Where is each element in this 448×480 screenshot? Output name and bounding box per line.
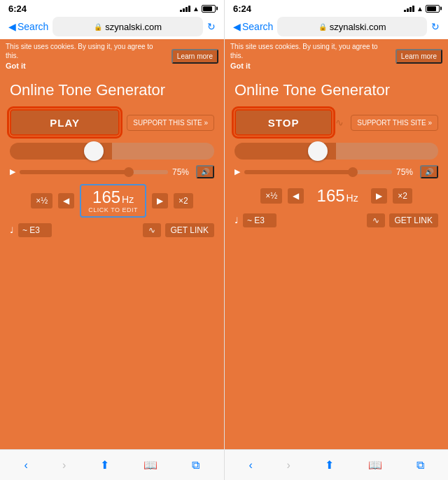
browser-nav-left: ◀ Search 🔒 szynalski.com ↻ <box>0 15 224 39</box>
tabs-icon-left[interactable]: ⧉ <box>192 459 200 472</box>
share-icon-left[interactable]: ⬆ <box>100 458 109 472</box>
browser-back-icon-right[interactable]: ‹ <box>248 459 252 472</box>
note-select-right[interactable]: ~ E3 <box>243 213 276 227</box>
volume-slider-right[interactable] <box>244 170 392 174</box>
page-title-left: Online Tone Generator <box>10 81 214 99</box>
freq-half-right[interactable]: ×½ <box>260 188 282 204</box>
volume-pct-left: 75% <box>172 167 192 177</box>
frequency-slider-right[interactable] <box>234 143 438 160</box>
signal-icon-left <box>180 5 190 12</box>
bottom-row-left: ♩ ~ E3 ∿ GET LINK <box>10 223 214 237</box>
browser-forward-icon-left: › <box>62 459 66 472</box>
volume-speaker-left[interactable]: 🔊 <box>196 165 214 178</box>
volume-row-left: ▶ 75% 🔊 <box>10 165 214 178</box>
status-time-right: 6:24 <box>233 3 251 14</box>
url-text-right: szynalski.com <box>330 22 386 32</box>
freq-next-left[interactable]: ▶ <box>152 193 168 209</box>
status-bar-right: 6:24 ▲ <box>225 0 448 15</box>
battery-icon-right <box>426 5 440 13</box>
bookmarks-icon-right[interactable]: 📖 <box>368 458 382 472</box>
wifi-icon-left: ▲ <box>192 5 200 13</box>
battery-icon-left <box>202 5 216 13</box>
freq-number-right: 165 <box>317 187 345 205</box>
freq-value-row-left: 165 Hz <box>92 188 134 206</box>
slider-section-right: ▶ 75% 🔊 ×½ ◀ 165 Hz ▶ ×2 ♩ <box>234 143 438 227</box>
volume-low-icon-left: ▶ <box>10 167 15 176</box>
freq-edit-hint-left: CLICK TO EDIT <box>88 206 138 213</box>
share-icon-right[interactable]: ⬆ <box>325 458 334 472</box>
browser-nav-right: ◀ Search 🔒 szynalski.com ↻ <box>225 15 448 39</box>
browser-forward-icon-right: › <box>287 459 290 472</box>
freq-prev-right[interactable]: ◀ <box>288 188 304 204</box>
volume-speaker-right[interactable]: 🔊 <box>420 165 438 178</box>
freq-row-right: ×½ ◀ 165 Hz ▶ ×2 <box>234 184 438 208</box>
back-button-left[interactable]: ◀ Search <box>8 21 48 32</box>
lock-icon-left: 🔒 <box>94 23 102 31</box>
note-icon-right: ♩ <box>234 216 239 225</box>
cookie-banner-right: This site uses cookies. By using it, you… <box>225 39 448 73</box>
refresh-button-right[interactable]: ↻ <box>431 21 440 32</box>
bookmarks-icon-left[interactable]: 📖 <box>144 458 158 472</box>
freq-row-left: ×½ ◀ 165 Hz CLICK TO EDIT ▶ ×2 <box>10 184 214 218</box>
freq-number-left: 165 <box>92 188 120 206</box>
slider-section-left: ▶ 75% 🔊 ×½ ◀ 165 Hz CLICK TO EDIT ▶ ×2 <box>10 143 214 237</box>
freq-display-right[interactable]: 165 Hz <box>309 184 365 208</box>
lock-icon-right: 🔒 <box>318 23 327 31</box>
status-icons-right: ▲ <box>404 5 440 13</box>
wave-button-left[interactable]: ∿ <box>143 223 161 237</box>
status-icons-left: ▲ <box>180 5 216 13</box>
tabs-icon-right[interactable]: ⧉ <box>416 459 424 472</box>
browser-bottom-left: ‹ › ⬆ 📖 ⧉ <box>0 449 224 480</box>
cookie-got-right[interactable]: Got it <box>230 62 391 70</box>
signal-icon-right <box>404 5 414 12</box>
cookie-learn-right[interactable]: Learn more <box>396 49 442 64</box>
stop-wiggle-container: STOP ∿ <box>234 109 344 136</box>
wifi-icon-right: ▲ <box>416 5 424 13</box>
note-select-left[interactable]: ~ E3 <box>18 223 52 237</box>
browser-bottom-right: ‹ › ⬆ 📖 ⧉ <box>225 449 448 480</box>
cookie-text-right: This site uses cookies. By using it, you… <box>230 42 391 60</box>
volume-pct-right: 75% <box>396 167 416 177</box>
freq-double-left[interactable]: ×2 <box>174 193 193 209</box>
freq-next-right[interactable]: ▶ <box>371 188 387 204</box>
volume-low-icon-right: ▶ <box>234 167 240 176</box>
volume-row-right: ▶ 75% 🔊 <box>234 165 438 178</box>
stop-button-right[interactable]: STOP <box>234 109 332 136</box>
freq-prev-left[interactable]: ◀ <box>58 193 74 209</box>
right-panel: 6:24 ▲ ◀ Search 🔒 szynalski.com ↻ <box>224 0 448 480</box>
get-link-button-left[interactable]: GET LINK <box>165 223 214 237</box>
url-text-left: szynalski.com <box>105 22 162 32</box>
status-time-left: 6:24 <box>8 3 27 14</box>
get-link-button-right[interactable]: GET LINK <box>389 213 438 227</box>
main-slider-container-right <box>234 143 438 160</box>
page-title-right: Online Tone Generator <box>234 81 438 99</box>
address-bar-left[interactable]: 🔒 szynalski.com <box>52 17 203 36</box>
freq-display-left[interactable]: 165 Hz CLICK TO EDIT <box>80 184 146 218</box>
address-bar-right[interactable]: 🔒 szynalski.com <box>277 17 427 36</box>
refresh-button-left[interactable]: ↻ <box>207 21 216 32</box>
freq-half-left[interactable]: ×½ <box>31 193 52 209</box>
status-bar-left: 6:24 ▲ <box>0 0 224 15</box>
browser-back-icon-left[interactable]: ‹ <box>24 459 28 472</box>
freq-value-row-right: 165 Hz <box>317 187 358 205</box>
wiggle-icon-right: ∿ <box>335 117 344 128</box>
support-button-left[interactable]: SUPPORT THIS SITE » <box>127 115 214 131</box>
freq-double-right[interactable]: ×2 <box>393 188 412 204</box>
freq-unit-left: Hz <box>122 194 134 205</box>
freq-unit-right: Hz <box>346 192 358 204</box>
cookie-text-left: This site uses cookies. By using it, you… <box>6 42 167 60</box>
main-slider-container-left <box>10 143 214 160</box>
main-content-left: Online Tone Generator PLAY SUPPORT THIS … <box>0 73 224 449</box>
back-button-right[interactable]: ◀ Search <box>233 21 273 32</box>
play-button-left[interactable]: PLAY <box>10 109 120 136</box>
main-content-right: Online Tone Generator STOP ∿ SUPPORT THI… <box>225 73 448 449</box>
cookie-learn-left[interactable]: Learn more <box>172 49 218 64</box>
cookie-got-left[interactable]: Got it <box>6 62 167 70</box>
wave-button-right[interactable]: ∿ <box>367 213 385 227</box>
frequency-slider-left[interactable] <box>10 143 214 160</box>
bottom-row-right: ♩ ~ E3 ∿ GET LINK <box>234 213 438 227</box>
cookie-banner-left: This site uses cookies. By using it, you… <box>0 39 224 73</box>
left-panel: 6:24 ▲ ◀ Search 🔒 szynalski.com ↻ <box>0 0 224 480</box>
support-button-right[interactable]: SUPPORT THIS SITE » <box>351 115 438 131</box>
volume-slider-left[interactable] <box>20 170 168 174</box>
